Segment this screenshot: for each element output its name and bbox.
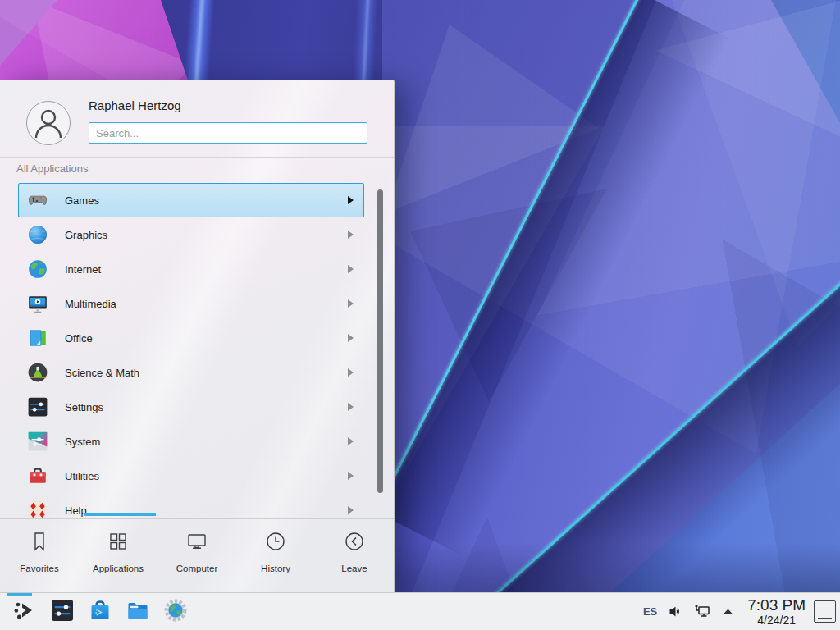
category-label: Graphics bbox=[65, 229, 348, 241]
tab-applications[interactable]: Applications bbox=[79, 519, 158, 594]
tray-expand-arrow-icon[interactable] bbox=[722, 608, 734, 616]
monitor-play-icon bbox=[27, 293, 48, 314]
clock-time: 7:03 PM bbox=[747, 597, 806, 613]
system-settings-button[interactable] bbox=[49, 599, 75, 625]
chevron-right-icon bbox=[348, 196, 354, 204]
digital-clock[interactable]: 7:03 PM 4/24/21 bbox=[747, 597, 806, 626]
clock-date: 4/24/21 bbox=[747, 614, 806, 626]
keyboard-layout-indicator[interactable]: ES bbox=[643, 605, 657, 618]
list-scrollbar[interactable] bbox=[377, 189, 383, 493]
category-label: Internet bbox=[65, 263, 348, 276]
document-icon bbox=[27, 327, 48, 349]
category-label: Science & Math bbox=[65, 367, 348, 379]
launcher-tab-bar: Favorites Applications Computer History … bbox=[0, 518, 394, 594]
category-row-system[interactable]: System bbox=[18, 424, 364, 459]
show-desktop-button[interactable] bbox=[814, 600, 836, 623]
folder-icon bbox=[126, 598, 150, 626]
discover-button[interactable] bbox=[87, 599, 113, 625]
user-name: Raphael Hertzog bbox=[89, 98, 181, 112]
globe-gear-icon bbox=[163, 598, 188, 626]
system-settings-icon bbox=[50, 598, 75, 626]
category-label: Multimedia bbox=[65, 298, 348, 310]
active-tab-indicator bbox=[84, 513, 156, 516]
category-row-multimedia[interactable]: Multimedia bbox=[18, 286, 364, 321]
category-list: Games Graphics Internet Multimedia bbox=[0, 183, 394, 518]
tab-label: Applications bbox=[93, 564, 144, 573]
chevron-right-icon bbox=[348, 299, 354, 308]
tab-favorites[interactable]: Favorites bbox=[0, 519, 79, 594]
system-tray: ES bbox=[643, 604, 734, 619]
tab-label: Favorites bbox=[20, 564, 58, 573]
category-row-games[interactable]: Games bbox=[18, 183, 364, 217]
wallpaper-shadow-band bbox=[394, 543, 840, 592]
category-row-utilities[interactable]: Utilities bbox=[18, 459, 364, 493]
volume-icon[interactable] bbox=[668, 604, 683, 619]
leave-icon bbox=[343, 530, 366, 556]
computer-icon bbox=[185, 530, 208, 556]
application-launcher-popup: Raphael Hertzog All Applications Games G… bbox=[0, 80, 395, 592]
sliders-icon bbox=[27, 396, 48, 418]
category-label: Office bbox=[65, 332, 348, 345]
tab-leave[interactable]: Leave bbox=[315, 519, 394, 594]
globe-icon bbox=[27, 258, 48, 280]
system-sliders-icon bbox=[27, 431, 48, 452]
toolbox-icon bbox=[27, 465, 48, 486]
section-label: All Applications bbox=[16, 162, 88, 175]
app-grid-icon bbox=[107, 530, 130, 556]
tab-label: Computer bbox=[176, 564, 218, 573]
category-row-office[interactable]: Office bbox=[18, 321, 364, 355]
kickoff-launcher-button[interactable] bbox=[11, 599, 38, 625]
search-input[interactable] bbox=[89, 122, 368, 144]
chevron-right-icon bbox=[348, 403, 354, 411]
category-row-science-math[interactable]: Science & Math bbox=[18, 355, 364, 390]
tab-history[interactable]: History bbox=[236, 519, 315, 594]
kde-launcher-icon bbox=[12, 598, 37, 626]
tab-computer[interactable]: Computer bbox=[158, 519, 236, 594]
user-avatar-icon[interactable] bbox=[26, 101, 71, 145]
sphere-icon bbox=[27, 224, 48, 245]
chevron-right-icon bbox=[348, 506, 354, 514]
lifebuoy-icon bbox=[27, 500, 48, 518]
chevron-right-icon bbox=[348, 231, 354, 239]
taskbar-panel: ES 7:03 PM 4/24/21 bbox=[0, 592, 840, 630]
category-row-help[interactable]: Help bbox=[18, 493, 364, 518]
dolphin-button[interactable] bbox=[125, 599, 151, 625]
category-label: Utilities bbox=[65, 470, 348, 482]
chevron-right-icon bbox=[348, 334, 354, 342]
chevron-right-icon bbox=[348, 265, 354, 273]
flask-icon bbox=[27, 362, 48, 383]
bookmark-icon bbox=[28, 530, 51, 556]
tab-label: Leave bbox=[341, 564, 367, 573]
web-browser-button[interactable] bbox=[162, 599, 189, 625]
chevron-right-icon bbox=[348, 437, 354, 445]
chevron-right-icon bbox=[348, 472, 354, 480]
category-row-graphics[interactable]: Graphics bbox=[18, 217, 364, 252]
category-label: Games bbox=[65, 194, 348, 207]
category-label: System bbox=[65, 436, 348, 448]
category-row-internet[interactable]: Internet bbox=[18, 252, 364, 286]
network-icon[interactable] bbox=[694, 604, 711, 619]
tab-label: History bbox=[261, 564, 290, 573]
discover-icon bbox=[88, 598, 112, 626]
chevron-right-icon bbox=[348, 368, 354, 377]
history-clock-icon bbox=[264, 530, 287, 556]
category-row-settings[interactable]: Settings bbox=[18, 390, 364, 424]
gamepad-icon bbox=[27, 189, 48, 211]
category-label: Settings bbox=[65, 401, 348, 413]
launcher-header: Raphael Hertzog bbox=[0, 80, 394, 158]
launcher-active-indicator bbox=[7, 593, 32, 596]
